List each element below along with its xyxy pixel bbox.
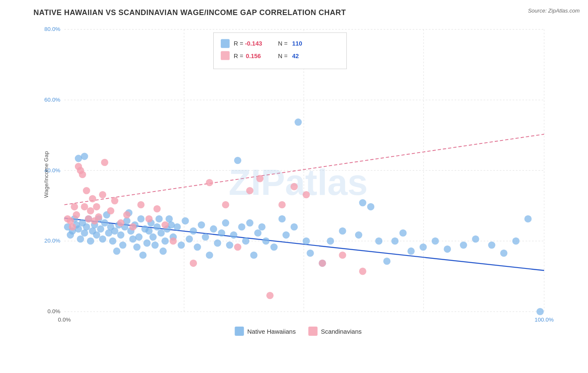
svg-point-134 xyxy=(512,238,519,245)
svg-text:-0.143: -0.143 xyxy=(245,40,262,47)
svg-point-120 xyxy=(359,199,366,206)
svg-point-128 xyxy=(432,238,439,245)
chart-title: NATIVE HAWAIIAN VS SCANDINAVIAN WAGE/INC… xyxy=(33,8,563,17)
svg-point-174 xyxy=(303,191,310,198)
svg-point-91 xyxy=(194,243,201,250)
svg-point-56 xyxy=(111,227,118,235)
svg-point-48 xyxy=(99,235,106,243)
svg-point-73 xyxy=(146,227,153,235)
svg-text:42: 42 xyxy=(292,53,299,59)
svg-point-163 xyxy=(161,221,169,228)
svg-point-156 xyxy=(111,197,118,204)
svg-text:ZIPatlas: ZIPatlas xyxy=(229,162,368,202)
svg-point-146 xyxy=(83,187,90,194)
svg-point-69 xyxy=(137,215,144,222)
svg-point-169 xyxy=(246,187,253,194)
svg-point-86 xyxy=(174,223,181,230)
svg-text:N =: N = xyxy=(278,53,288,59)
svg-point-67 xyxy=(133,243,141,250)
svg-point-109 xyxy=(270,243,277,250)
svg-point-157 xyxy=(117,219,124,226)
svg-text:R =: R = xyxy=(234,40,243,47)
svg-text:110: 110 xyxy=(292,40,302,47)
svg-point-113 xyxy=(294,118,302,125)
svg-text:R =: R = xyxy=(234,53,243,59)
svg-point-47 xyxy=(97,225,104,232)
svg-point-110 xyxy=(279,215,286,222)
svg-point-60 xyxy=(119,241,126,248)
svg-point-173 xyxy=(291,183,298,190)
svg-point-94 xyxy=(206,252,213,259)
svg-point-129 xyxy=(444,245,451,253)
svg-point-104 xyxy=(246,219,253,226)
svg-point-100 xyxy=(230,231,237,238)
svg-point-87 xyxy=(178,241,185,248)
svg-point-115 xyxy=(307,250,314,257)
svg-text:0.0%: 0.0% xyxy=(47,308,60,314)
svg-point-149 xyxy=(89,195,96,202)
svg-point-70 xyxy=(139,252,146,259)
svg-point-126 xyxy=(407,248,414,255)
svg-point-68 xyxy=(135,233,143,240)
svg-point-45 xyxy=(93,231,100,238)
svg-point-121 xyxy=(367,203,374,210)
legend-native-hawaiians-label: Native Hawaiians xyxy=(247,328,296,335)
svg-point-130 xyxy=(460,241,467,248)
svg-point-145 xyxy=(81,203,88,210)
svg-point-42 xyxy=(87,238,94,245)
svg-point-81 xyxy=(161,238,169,245)
svg-point-102 xyxy=(238,223,245,230)
svg-point-108 xyxy=(262,238,269,245)
legend-native-hawaiians: Native Hawaiians xyxy=(235,327,296,336)
svg-point-159 xyxy=(129,223,136,230)
svg-point-99 xyxy=(226,241,233,248)
svg-point-139 xyxy=(69,223,76,230)
svg-point-125 xyxy=(399,229,406,236)
svg-text:Wage/Income Gap: Wage/Income Gap xyxy=(43,151,49,198)
svg-rect-20 xyxy=(214,33,347,69)
svg-text:N =: N = xyxy=(278,40,288,47)
svg-point-93 xyxy=(202,233,209,240)
svg-point-80 xyxy=(159,248,166,255)
svg-point-175 xyxy=(319,260,326,267)
svg-point-96 xyxy=(214,240,221,247)
svg-point-49 xyxy=(101,219,108,226)
svg-point-122 xyxy=(375,238,382,245)
svg-point-98 xyxy=(222,219,229,226)
svg-text:60.0%: 60.0% xyxy=(44,97,60,103)
legend-scandinavians-swatch xyxy=(308,327,317,336)
svg-text:0.0%: 0.0% xyxy=(58,317,71,323)
svg-point-107 xyxy=(258,223,266,230)
svg-point-89 xyxy=(186,235,193,243)
svg-text:80.0%: 80.0% xyxy=(44,26,60,32)
svg-point-161 xyxy=(146,215,153,222)
svg-point-133 xyxy=(500,250,507,257)
svg-point-152 xyxy=(95,213,102,220)
svg-point-78 xyxy=(156,215,163,222)
svg-point-165 xyxy=(190,260,197,267)
svg-point-103 xyxy=(242,238,249,245)
svg-point-40 xyxy=(83,223,90,230)
svg-point-92 xyxy=(198,221,205,228)
svg-point-106 xyxy=(254,229,261,236)
svg-point-124 xyxy=(391,238,399,245)
svg-point-144 xyxy=(79,171,86,178)
scatter-chart: 0.0% 20.0% 40.0% 60.0% 80.0% 0.0% 100.0%… xyxy=(33,21,563,336)
svg-point-112 xyxy=(291,223,298,230)
svg-rect-26 xyxy=(221,51,230,60)
svg-point-172 xyxy=(279,201,286,208)
svg-point-141 xyxy=(73,211,80,218)
svg-point-117 xyxy=(327,238,334,245)
svg-point-79 xyxy=(158,229,165,236)
svg-point-154 xyxy=(101,159,108,166)
svg-text:0.156: 0.156 xyxy=(246,53,261,59)
chart-area: 0.0% 20.0% 40.0% 60.0% 80.0% 0.0% 100.0%… xyxy=(33,21,563,336)
svg-point-167 xyxy=(222,201,229,208)
svg-point-57 xyxy=(113,248,120,255)
svg-point-153 xyxy=(99,191,106,198)
svg-point-162 xyxy=(153,205,161,212)
svg-point-136 xyxy=(537,308,544,315)
svg-point-166 xyxy=(206,179,213,186)
svg-point-95 xyxy=(210,225,217,232)
svg-point-119 xyxy=(355,231,362,238)
